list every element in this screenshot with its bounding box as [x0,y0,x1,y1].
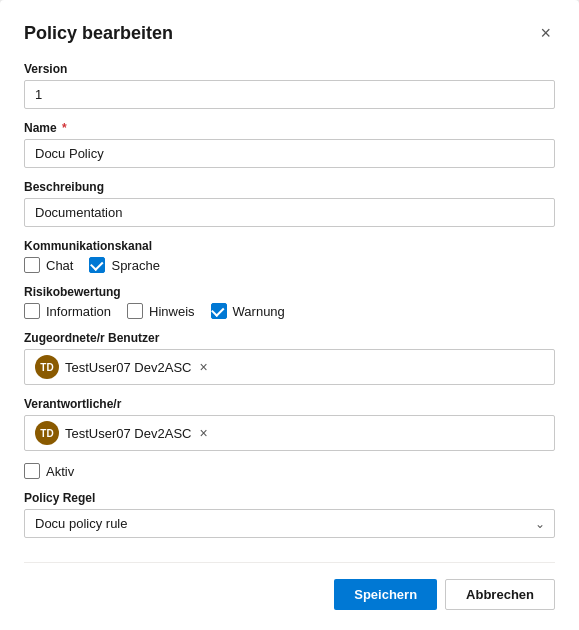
checkbox-active-label: Aktiv [46,464,74,479]
name-input[interactable] [24,139,555,168]
responsible-remove-button[interactable]: × [197,426,209,440]
policy-rule-select[interactable]: Docu policy rule [24,509,555,538]
checkbox-item-chat[interactable]: Chat [24,257,73,273]
checkbox-sprache-label: Sprache [111,258,159,273]
cancel-button[interactable]: Abbrechen [445,579,555,610]
assigned-user-name: TestUser07 Dev2ASC [65,360,191,375]
assigned-user-remove-button[interactable]: × [197,360,209,374]
risk-assessment-options: Information Hinweis Warnung [24,303,555,319]
checkbox-chat-label: Chat [46,258,73,273]
checkbox-warnung-label: Warnung [233,304,285,319]
name-field-group: Name * [24,121,555,168]
name-label: Name * [24,121,555,135]
required-indicator: * [59,121,67,135]
assigned-user-field-group: Zugeordnete/r Benutzer TD TestUser07 Dev… [24,331,555,385]
description-field-group: Beschreibung [24,180,555,227]
version-input[interactable] [24,80,555,109]
assigned-user-avatar: TD [35,355,59,379]
responsible-label: Verantwortliche/r [24,397,555,411]
responsible-input[interactable]: TD TestUser07 Dev2ASC × [24,415,555,451]
checkbox-item-active[interactable]: Aktiv [24,463,555,479]
checkbox-hinweis[interactable] [127,303,143,319]
checkbox-warnung[interactable] [211,303,227,319]
responsible-field-group: Verantwortliche/r TD TestUser07 Dev2ASC … [24,397,555,451]
policy-rule-label: Policy Regel [24,491,555,505]
communication-channel-group: Kommunikationskanal Chat Sprache [24,239,555,273]
active-field-group: Aktiv [24,463,555,479]
close-button[interactable]: × [536,20,555,46]
policy-edit-dialog: Policy bearbeiten × Version Name * Besch… [0,0,579,630]
assigned-user-label: Zugeordnete/r Benutzer [24,331,555,345]
checkbox-information[interactable] [24,303,40,319]
checkbox-item-hinweis[interactable]: Hinweis [127,303,195,319]
checkbox-active[interactable] [24,463,40,479]
responsible-avatar: TD [35,421,59,445]
save-button[interactable]: Speichern [334,579,437,610]
description-label: Beschreibung [24,180,555,194]
responsible-tag: TD TestUser07 Dev2ASC × [35,421,210,445]
assigned-user-tag: TD TestUser07 Dev2ASC × [35,355,210,379]
communication-channel-label: Kommunikationskanal [24,239,555,253]
checkbox-sprache[interactable] [89,257,105,273]
version-field-group: Version [24,62,555,109]
checkbox-chat[interactable] [24,257,40,273]
dialog-header: Policy bearbeiten × [24,20,555,46]
dialog-title: Policy bearbeiten [24,23,173,44]
checkbox-item-warnung[interactable]: Warnung [211,303,285,319]
checkbox-information-label: Information [46,304,111,319]
risk-assessment-group: Risikobewertung Information Hinweis Warn… [24,285,555,319]
responsible-name: TestUser07 Dev2ASC [65,426,191,441]
checkbox-item-sprache[interactable]: Sprache [89,257,159,273]
description-input[interactable] [24,198,555,227]
assigned-user-input[interactable]: TD TestUser07 Dev2ASC × [24,349,555,385]
checkbox-item-information[interactable]: Information [24,303,111,319]
dialog-footer: Speichern Abbrechen [24,562,555,610]
checkbox-hinweis-label: Hinweis [149,304,195,319]
policy-rule-field-group: Policy Regel Docu policy rule ⌄ [24,491,555,538]
communication-channel-options: Chat Sprache [24,257,555,273]
risk-assessment-label: Risikobewertung [24,285,555,299]
version-label: Version [24,62,555,76]
policy-rule-select-wrapper: Docu policy rule ⌄ [24,509,555,538]
